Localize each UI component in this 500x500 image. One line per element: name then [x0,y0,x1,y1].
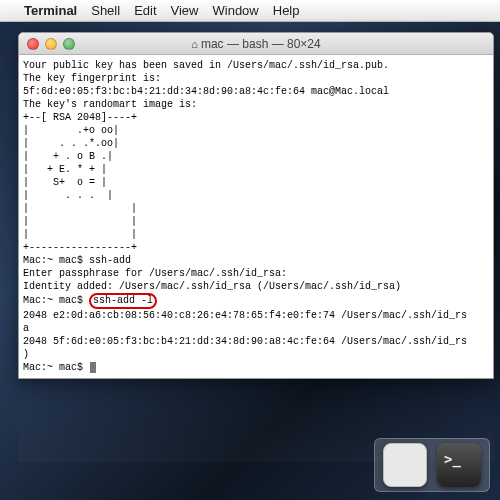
menu-window[interactable]: Window [213,3,259,18]
cursor [90,362,96,373]
line: 2048 5f:6d:e0:05:f3:bc:b4:21:dd:34:8d:90… [23,336,467,347]
line: 2048 e2:0d:a6:cb:08:56:40:c8:26:e4:78:65… [23,310,467,321]
randomart-line: | | [23,216,137,227]
menu-shell[interactable]: Shell [91,3,120,18]
home-icon: ⌂ [191,38,198,50]
randomart-line: | | [23,229,137,240]
line: Your public key has been saved in /Users… [23,60,389,71]
app-menu[interactable]: Terminal [24,3,77,18]
randomart-line: +-----------------+ [23,242,137,253]
randomart-line: | + . o B .| [23,151,113,162]
randomart-line: | + E. * + | [23,164,107,175]
line: 5f:6d:e0:05:f3:bc:b4:21:dd:34:8d:90:a8:4… [23,86,389,97]
randomart-line: +--[ RSA 2048]----+ [23,112,137,123]
randomart-line: | . . . | [23,190,113,201]
close-button[interactable] [27,38,39,50]
titlebar[interactable]: ⌂mac — bash — 80×24 [19,33,493,55]
prompt: Mac:~ mac$ [23,255,89,266]
line: The key's randomart image is: [23,99,197,110]
window-title-wrap: ⌂mac — bash — 80×24 [19,37,493,51]
line: Identity added: /Users/mac/.ssh/id_rsa (… [23,281,401,292]
line: a [23,323,29,334]
window-title: mac — bash — 80×24 [201,37,321,51]
line: The key fingerprint is: [23,73,161,84]
dock-terminal-icon[interactable] [437,443,481,487]
dock-app-1[interactable] [383,443,427,487]
highlighted-command: ssh-add -l [89,293,157,309]
randomart-line: | S+ o = | [23,177,107,188]
zoom-button[interactable] [63,38,75,50]
randomart-line: | .+o oo| [23,125,119,136]
menu-edit[interactable]: Edit [134,3,156,18]
window-controls [27,38,75,50]
menu-help[interactable]: Help [273,3,300,18]
terminal-content[interactable]: Your public key has been saved in /Users… [19,55,493,378]
prompt: Mac:~ mac$ [23,362,89,373]
randomart-line: | | [23,203,137,214]
line: Enter passphrase for /Users/mac/.ssh/id_… [23,268,287,279]
menubar: Terminal Shell Edit View Window Help [0,0,500,22]
prompt: Mac:~ mac$ [23,295,89,306]
menu-view[interactable]: View [171,3,199,18]
dock[interactable] [374,438,490,492]
randomart-line: | . . .*.oo| [23,138,119,149]
command: ssh-add [89,255,131,266]
terminal-window[interactable]: ⌂mac — bash — 80×24 Your public key has … [18,32,494,379]
line: ) [23,349,29,360]
minimize-button[interactable] [45,38,57,50]
